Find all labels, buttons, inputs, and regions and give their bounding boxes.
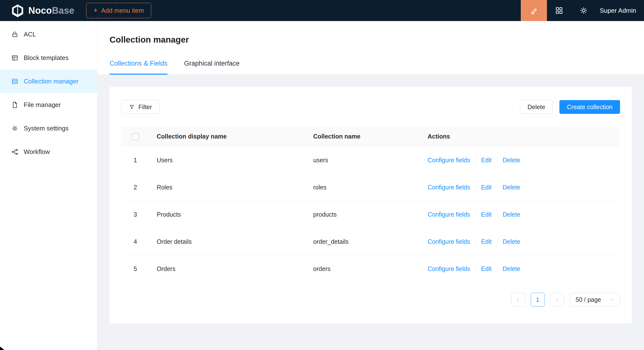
collection-display-name: Roles [150,184,306,191]
select-all-checkbox[interactable] [132,133,139,140]
add-menu-item-button[interactable]: Add menu item [86,3,151,18]
filter-button[interactable]: Filter [121,100,160,114]
table-row: 2 Roles roles Configure fields Edit Dele… [121,174,620,201]
top-header: NocoBase Add menu item Super Admin [0,0,644,21]
plus-icon [94,7,98,15]
table-header-row: Collection display name Collection name … [121,127,620,147]
template-icon [11,54,18,62]
gear-icon [11,125,18,132]
collection-display-name: Orders [150,265,306,272]
collection-name: products [306,211,420,218]
row-actions: Configure fields Edit Delete [420,157,620,164]
highlighter-icon [530,6,538,15]
create-collection-button[interactable]: Create collection [560,100,620,114]
row-actions: Configure fields Edit Delete [420,211,620,218]
prev-page-button[interactable] [511,293,525,306]
sidebar-item-acl[interactable]: ACL [0,23,97,46]
sidebar-item-system-settings[interactable]: System settings [0,117,97,140]
row-index: 4 [121,238,150,245]
collections-card: Filter Delete Create collection Collecti… [110,87,632,323]
apps-grid-icon [555,6,563,15]
action-divider [497,238,497,245]
collection-display-name: Users [150,157,306,164]
chevron-down-icon [610,297,614,302]
page-size-value: 50 / page [576,296,601,303]
sidebar-item-file-manager[interactable]: File manager [0,93,97,117]
brand-name: NocoBase [28,6,74,16]
action-divider [476,184,476,190]
configure-fields-link[interactable]: Configure fields [428,265,470,272]
sidebar-item-label: Block templates [24,54,69,62]
file-icon [11,101,18,108]
settings-sidebar: ACL Block templates Collection manager F… [0,21,97,350]
delete-button[interactable]: Delete [520,100,553,114]
action-divider [476,211,476,218]
row-index: 5 [121,265,150,272]
row-actions: Configure fields Edit Delete [420,184,620,191]
delete-link[interactable]: Delete [503,265,520,272]
action-divider [476,238,476,245]
add-menu-item-label: Add menu item [101,7,144,15]
configure-fields-link[interactable]: Configure fields [428,211,470,218]
row-index: 2 [121,184,150,191]
page-size-select[interactable]: 50 / page [570,293,620,306]
configure-fields-link[interactable]: Configure fields [428,157,470,164]
delete-link[interactable]: Delete [503,238,520,245]
delete-link[interactable]: Delete [503,211,520,218]
collection-display-name: Products [150,211,306,218]
funnel-icon [129,104,135,110]
content-area: Filter Delete Create collection Collecti… [97,75,644,350]
tab-collections-fields[interactable]: Collections & Fields [110,60,168,75]
sidebar-item-block-templates[interactable]: Block templates [0,46,97,70]
row-actions: Configure fields Edit Delete [420,265,620,272]
table-toolbar: Filter Delete Create collection [121,100,620,114]
row-index: 1 [121,157,150,164]
edit-link[interactable]: Edit [481,265,492,272]
action-divider [497,211,497,218]
page-number-button[interactable]: 1 [531,293,544,306]
workflow-branch-icon [11,148,18,155]
chevron-left-icon [516,297,521,302]
configure-fields-link[interactable]: Configure fields [428,184,470,191]
edit-link[interactable]: Edit [481,238,492,245]
table-row: 4 Order details order_details Configure … [121,228,620,255]
header-actions: Super Admin [521,0,644,21]
configure-fields-link[interactable]: Configure fields [428,238,470,245]
action-divider [497,184,497,190]
collection-name: users [306,157,420,164]
edit-link[interactable]: Edit [481,184,492,191]
plugins-button[interactable] [547,0,572,21]
collections-table-icon [11,78,18,85]
tab-graphical-interface[interactable]: Graphical interface [184,60,240,74]
sidebar-item-label: System settings [24,125,69,132]
action-divider [497,265,497,272]
user-menu[interactable]: Super Admin [596,7,644,15]
column-header-actions: Actions [420,127,620,146]
delete-link[interactable]: Delete [503,157,520,164]
gear-icon [580,6,588,15]
collection-display-name: Order details [150,238,306,245]
delete-link[interactable]: Delete [503,184,520,191]
ui-editor-button[interactable] [521,0,547,21]
column-header-display-name: Collection display name [150,127,306,146]
nocobase-logo-icon [11,4,24,17]
next-page-button[interactable] [550,293,564,306]
sidebar-item-label: File manager [24,101,61,109]
brand[interactable]: NocoBase [11,4,74,17]
settings-button[interactable] [572,0,596,21]
select-all-cell [121,127,150,146]
edit-link[interactable]: Edit [481,157,492,164]
action-divider [476,265,476,272]
lock-icon [11,31,18,38]
brand-light: Base [52,6,74,16]
sidebar-item-workflow[interactable]: Workflow [0,140,97,164]
edit-link[interactable]: Edit [481,211,492,218]
sidebar-item-label: ACL [24,31,36,38]
collection-name: order_details [306,238,420,245]
table-body: 1 Users users Configure fields Edit Dele… [121,147,620,282]
main-area: Collection manager Collections & Fields … [97,21,644,350]
collection-name: orders [306,265,420,272]
layout: ACL Block templates Collection manager F… [0,21,644,350]
sidebar-item-collection-manager[interactable]: Collection manager [0,70,97,93]
row-index: 3 [121,211,150,218]
